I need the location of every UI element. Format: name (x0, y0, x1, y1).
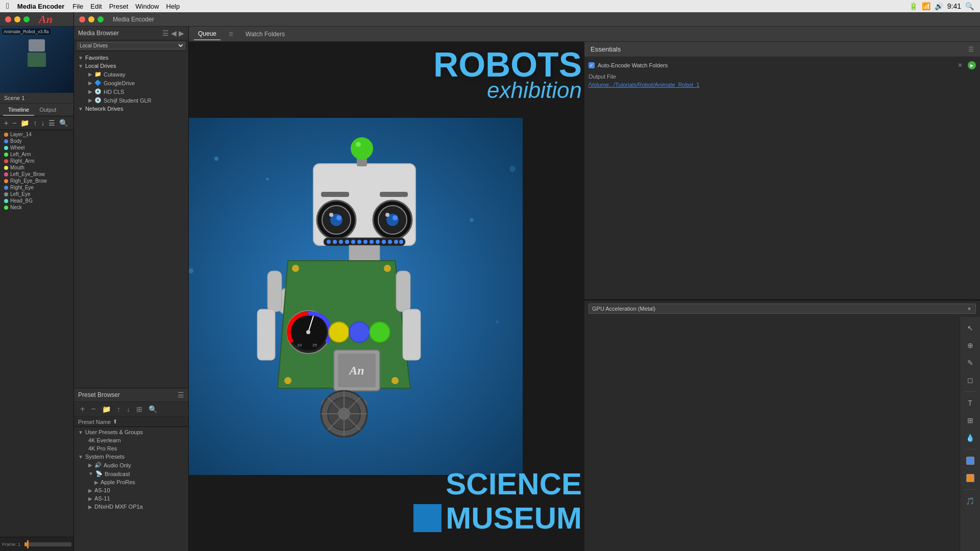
type-tool-button[interactable]: T (963, 396, 977, 410)
sort-icon[interactable]: ⬆ (113, 418, 117, 425)
menu-file[interactable]: File (72, 3, 83, 10)
path-dropdown[interactable]: Local Drives (74, 40, 188, 52)
search-layer-button[interactable]: 🔍 (58, 118, 69, 128)
system-presets-section[interactable]: ▼ System Presets (74, 453, 188, 461)
output-panel-close-button[interactable]: ✕ (958, 62, 963, 69)
add-layer-button[interactable]: + (3, 118, 9, 128)
system-preset-as10[interactable]: ▶ AS-10 (74, 486, 188, 494)
preset-4k-prores[interactable]: 4K Pro Res (74, 444, 188, 453)
output-file-path[interactable]: /Volume.../Tutorials/Robot/Animate_Robot… (589, 82, 976, 88)
ae-icon-label: An (39, 13, 53, 26)
me-close-button[interactable] (79, 16, 85, 22)
drive-arrow: ▶ (88, 89, 92, 94)
preset-up-button[interactable]: ↑ (115, 404, 122, 414)
local-drives-section[interactable]: ▼ Local Drives (74, 62, 188, 70)
system-preset-apple-prores[interactable]: ▶ Apple ProRes (74, 478, 188, 486)
audio-button[interactable]: 🎵 (963, 494, 977, 508)
layer-item[interactable]: Wheel (0, 144, 74, 151)
layer-item[interactable]: Right_Arm (0, 158, 74, 164)
selection-tool-button[interactable]: ↖ (963, 321, 977, 335)
mb-back-button[interactable]: ◀ (171, 29, 177, 37)
tab-output[interactable]: Output (34, 105, 61, 116)
crop-tool-button[interactable]: ⊞ (963, 413, 977, 428)
science-text: SCIENCE (413, 469, 582, 498)
svg-point-28 (339, 240, 343, 244)
timeline-scrubber-bar[interactable] (24, 542, 71, 546)
essentials-menu-icon[interactable]: ☰ (968, 46, 974, 53)
system-preset-dnxhd[interactable]: ▶ DNxHD MXF OP1a (74, 503, 188, 511)
svg-point-23 (329, 213, 333, 217)
menu-bar:  Media Encoder File Edit Preset Window … (0, 0, 980, 12)
system-preset-as11[interactable]: ▶ AS-11 (74, 494, 188, 503)
preset-add-button[interactable]: + (78, 404, 87, 415)
gpu-select[interactable]: GPU Acceleration (Metal) Software Only (589, 304, 976, 314)
apple-menu[interactable]:  (6, 2, 9, 11)
color-swatch-blue (966, 457, 974, 465)
preset-down-button[interactable]: ↓ (125, 404, 132, 414)
menu-edit[interactable]: Edit (90, 3, 102, 10)
remove-layer-button[interactable]: − (11, 118, 17, 128)
tab-watch-folders[interactable]: Watch Folders (241, 29, 289, 40)
layer-item[interactable]: Layer_14 (0, 131, 74, 138)
eyedropper-tool-button[interactable]: 💧 (963, 431, 977, 445)
eraser-tool-button[interactable]: ◻ (963, 373, 977, 387)
preset-remove-button[interactable]: − (89, 404, 97, 415)
color-stroke-button[interactable] (963, 471, 977, 485)
layer-item[interactable]: Head_BG (0, 197, 74, 204)
preset-duplicate-button[interactable]: ⊞ (134, 404, 144, 414)
path-select[interactable]: Local Drives (77, 42, 185, 49)
list-view-button[interactable]: ☰ (47, 118, 56, 128)
layer-item[interactable]: Mouth (0, 164, 74, 171)
folder-button[interactable]: 📁 (19, 118, 30, 128)
essentials-label: Essentials (591, 45, 621, 53)
layer-item[interactable]: Left_Eye (0, 191, 74, 197)
move-up-button[interactable]: ↑ (32, 118, 38, 128)
maximize-button[interactable] (23, 16, 30, 22)
menu-window[interactable]: Window (135, 3, 159, 10)
drive-hdcls[interactable]: ▶ 💿 HD CLS (74, 87, 188, 96)
app-name[interactable]: Media Encoder (17, 3, 64, 10)
output-play-button[interactable]: ▶ (968, 61, 976, 69)
drive-schijf[interactable]: ▶ 💿 Schijf Student GLR (74, 96, 188, 105)
me-minimize-button[interactable] (88, 16, 94, 22)
preset-4k-everlearn[interactable]: 4K Everlearn (74, 436, 188, 444)
preset-folder-button[interactable]: 📁 (100, 404, 113, 414)
layer-color-dot (4, 206, 8, 210)
svg-point-1 (214, 157, 218, 161)
tab-queue[interactable]: Queue (194, 28, 220, 40)
scrubber-handle[interactable] (27, 540, 29, 548)
robots-title-text: ROBOTS (433, 47, 582, 82)
close-button[interactable] (5, 16, 11, 22)
layer-item[interactable]: Neck (0, 204, 74, 211)
robot-illustration: 10 25 An (189, 118, 523, 475)
preset-menu-icon[interactable]: ☰ (178, 391, 184, 399)
pen-tool-button[interactable]: ✎ (963, 356, 977, 370)
menu-preset[interactable]: Preset (109, 3, 129, 10)
color-fill-button[interactable] (963, 454, 977, 468)
zoom-in-button[interactable]: ⊕ (963, 338, 977, 353)
mb-forward-button[interactable]: ▶ (179, 29, 184, 37)
drive-cutaway[interactable]: ▶ 📁 Cutaway (74, 70, 188, 79)
preset-search-button[interactable]: 🔍 (146, 404, 159, 414)
layer-item[interactable]: Left_Arm (0, 151, 74, 158)
layer-item[interactable]: Right_Eye (0, 184, 74, 191)
tab-timeline[interactable]: Timeline (3, 105, 34, 116)
layer-item[interactable]: Body (0, 138, 74, 144)
drive-googledrive[interactable]: ▶ 🔷 GoogleDrive (74, 79, 188, 87)
user-presets-section[interactable]: ▼ User Presets & Groups (74, 428, 188, 436)
network-drives-section[interactable]: ▼ Network Drives (74, 105, 188, 113)
layer-item[interactable]: Left_Eye_Brow (0, 171, 74, 178)
layer-item[interactable]: Righ_Eye_Brow (0, 178, 74, 184)
auto-encode-checkbox[interactable]: ✓ (589, 62, 595, 68)
svg-point-36 (388, 240, 392, 244)
minimize-button[interactable] (14, 16, 20, 22)
mb-menu-icon[interactable]: ☰ (162, 29, 169, 37)
system-preset-audio[interactable]: ▶ 🔊 Audio Only (74, 461, 188, 469)
system-preset-broadcast[interactable]: ▼ 📡 Broadcast (74, 469, 188, 478)
search-menu-icon[interactable]: 🔍 (965, 2, 974, 10)
me-maximize-button[interactable] (97, 16, 104, 22)
favorites-section[interactable]: ▼ Favorites (74, 54, 188, 62)
move-down-button[interactable]: ↓ (40, 118, 45, 128)
menu-help[interactable]: Help (166, 3, 180, 10)
layer-color-dot (4, 146, 8, 150)
